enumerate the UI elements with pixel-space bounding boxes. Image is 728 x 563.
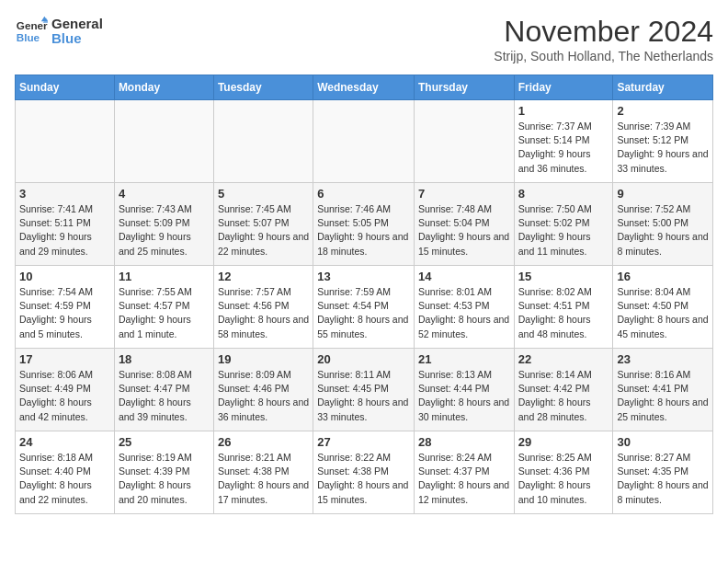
day-info: Sunrise: 8:08 AM Sunset: 4:47 PM Dayligh… xyxy=(119,368,210,424)
day-info: Sunrise: 8:11 AM Sunset: 4:45 PM Dayligh… xyxy=(317,368,410,424)
logo-line1: General xyxy=(51,17,103,32)
day-info: Sunrise: 7:55 AM Sunset: 4:57 PM Dayligh… xyxy=(119,285,210,341)
day-number: 3 xyxy=(19,187,110,201)
day-info: Sunrise: 7:54 AM Sunset: 4:59 PM Dayligh… xyxy=(19,285,110,341)
calendar-cell: 27Sunrise: 8:22 AM Sunset: 4:38 PM Dayli… xyxy=(313,431,415,514)
logo-line2: Blue xyxy=(51,31,103,47)
calendar-cell: 9Sunrise: 7:52 AM Sunset: 5:00 PM Daylig… xyxy=(613,183,713,266)
day-info: Sunrise: 7:39 AM Sunset: 5:12 PM Dayligh… xyxy=(617,120,709,176)
calendar-cell: 25Sunrise: 8:19 AM Sunset: 4:39 PM Dayli… xyxy=(114,431,213,514)
day-number: 7 xyxy=(418,187,510,201)
day-info: Sunrise: 8:22 AM Sunset: 4:38 PM Dayligh… xyxy=(317,451,410,507)
calendar-cell: 30Sunrise: 8:27 AM Sunset: 4:35 PM Dayli… xyxy=(613,431,713,514)
day-number: 8 xyxy=(518,187,609,201)
calendar-week-row: 1Sunrise: 7:37 AM Sunset: 5:14 PM Daylig… xyxy=(16,100,713,183)
calendar-cell: 12Sunrise: 7:57 AM Sunset: 4:56 PM Dayli… xyxy=(213,266,313,349)
header: General Blue General Blue November 2024 … xyxy=(15,15,713,63)
calendar-week-row: 24Sunrise: 8:18 AM Sunset: 4:40 PM Dayli… xyxy=(16,431,713,514)
calendar-cell xyxy=(313,100,415,183)
calendar-cell: 28Sunrise: 8:24 AM Sunset: 4:37 PM Dayli… xyxy=(414,431,514,514)
calendar-cell: 6Sunrise: 7:46 AM Sunset: 5:05 PM Daylig… xyxy=(313,183,415,266)
calendar-cell: 14Sunrise: 8:01 AM Sunset: 4:53 PM Dayli… xyxy=(414,266,514,349)
calendar-cell: 1Sunrise: 7:37 AM Sunset: 5:14 PM Daylig… xyxy=(514,100,613,183)
calendar-cell: 7Sunrise: 7:48 AM Sunset: 5:04 PM Daylig… xyxy=(414,183,514,266)
calendar-header-row: SundayMondayTuesdayWednesdayThursdayFrid… xyxy=(16,75,713,100)
day-info: Sunrise: 8:25 AM Sunset: 4:36 PM Dayligh… xyxy=(518,451,609,507)
weekday-header: Monday xyxy=(114,75,213,100)
calendar-cell: 19Sunrise: 8:09 AM Sunset: 4:46 PM Dayli… xyxy=(213,349,313,431)
day-info: Sunrise: 7:48 AM Sunset: 5:04 PM Dayligh… xyxy=(418,202,510,259)
day-number: 9 xyxy=(617,187,709,201)
day-number: 26 xyxy=(218,435,309,449)
day-info: Sunrise: 7:43 AM Sunset: 5:09 PM Dayligh… xyxy=(119,202,210,259)
day-number: 4 xyxy=(119,187,210,201)
calendar-week-row: 17Sunrise: 8:06 AM Sunset: 4:49 PM Dayli… xyxy=(16,349,713,431)
day-number: 5 xyxy=(218,187,309,201)
day-number: 25 xyxy=(119,435,210,449)
calendar-cell: 15Sunrise: 8:02 AM Sunset: 4:51 PM Dayli… xyxy=(514,266,613,349)
day-number: 6 xyxy=(317,187,410,201)
logo-icon: General Blue xyxy=(15,15,48,48)
day-number: 24 xyxy=(19,435,110,449)
calendar-cell: 24Sunrise: 8:18 AM Sunset: 4:40 PM Dayli… xyxy=(16,431,115,514)
day-info: Sunrise: 8:06 AM Sunset: 4:49 PM Dayligh… xyxy=(19,368,110,424)
calendar-cell: 29Sunrise: 8:25 AM Sunset: 4:36 PM Dayli… xyxy=(514,431,613,514)
day-info: Sunrise: 8:09 AM Sunset: 4:46 PM Dayligh… xyxy=(218,368,309,424)
day-number: 30 xyxy=(617,435,709,449)
calendar-cell: 21Sunrise: 8:13 AM Sunset: 4:44 PM Dayli… xyxy=(414,349,514,431)
day-number: 1 xyxy=(518,104,609,118)
day-info: Sunrise: 8:19 AM Sunset: 4:39 PM Dayligh… xyxy=(119,451,210,507)
day-info: Sunrise: 7:59 AM Sunset: 4:54 PM Dayligh… xyxy=(317,285,410,341)
calendar-cell: 11Sunrise: 7:55 AM Sunset: 4:57 PM Dayli… xyxy=(114,266,213,349)
day-info: Sunrise: 8:24 AM Sunset: 4:37 PM Dayligh… xyxy=(418,451,510,507)
day-number: 15 xyxy=(518,270,609,283)
subtitle: Strijp, South Holland, The Netherlands xyxy=(494,49,713,63)
calendar-cell xyxy=(114,100,213,183)
logo: General Blue General Blue xyxy=(15,15,103,48)
calendar-body: 1Sunrise: 7:37 AM Sunset: 5:14 PM Daylig… xyxy=(16,100,713,514)
calendar-cell: 17Sunrise: 8:06 AM Sunset: 4:49 PM Dayli… xyxy=(16,349,115,431)
month-title: November 2024 xyxy=(494,15,713,49)
calendar-cell: 22Sunrise: 8:14 AM Sunset: 4:42 PM Dayli… xyxy=(514,349,613,431)
day-number: 29 xyxy=(518,435,609,449)
calendar-cell: 13Sunrise: 7:59 AM Sunset: 4:54 PM Dayli… xyxy=(313,266,415,349)
day-info: Sunrise: 8:14 AM Sunset: 4:42 PM Dayligh… xyxy=(518,368,609,424)
day-info: Sunrise: 7:52 AM Sunset: 5:00 PM Dayligh… xyxy=(617,202,709,259)
weekday-header: Wednesday xyxy=(313,75,415,100)
day-number: 23 xyxy=(617,352,709,366)
day-number: 28 xyxy=(418,435,510,449)
day-info: Sunrise: 8:27 AM Sunset: 4:35 PM Dayligh… xyxy=(617,451,709,507)
calendar-cell xyxy=(414,100,514,183)
day-number: 21 xyxy=(418,352,510,366)
day-number: 14 xyxy=(418,270,510,283)
calendar-cell: 2Sunrise: 7:39 AM Sunset: 5:12 PM Daylig… xyxy=(613,100,713,183)
day-number: 16 xyxy=(617,270,709,283)
weekday-header: Tuesday xyxy=(213,75,313,100)
calendar-cell: 3Sunrise: 7:41 AM Sunset: 5:11 PM Daylig… xyxy=(16,183,115,266)
weekday-header: Thursday xyxy=(414,75,514,100)
title-area: November 2024 Strijp, South Holland, The… xyxy=(494,15,713,63)
calendar-cell: 26Sunrise: 8:21 AM Sunset: 4:38 PM Dayli… xyxy=(213,431,313,514)
day-info: Sunrise: 7:45 AM Sunset: 5:07 PM Dayligh… xyxy=(218,202,309,259)
svg-text:Blue: Blue xyxy=(17,31,40,43)
weekday-header: Sunday xyxy=(16,75,115,100)
calendar-cell: 5Sunrise: 7:45 AM Sunset: 5:07 PM Daylig… xyxy=(213,183,313,266)
calendar-cell: 20Sunrise: 8:11 AM Sunset: 4:45 PM Dayli… xyxy=(313,349,415,431)
day-number: 18 xyxy=(119,352,210,366)
day-info: Sunrise: 8:13 AM Sunset: 4:44 PM Dayligh… xyxy=(418,368,510,424)
calendar-cell: 16Sunrise: 8:04 AM Sunset: 4:50 PM Dayli… xyxy=(613,266,713,349)
day-info: Sunrise: 8:04 AM Sunset: 4:50 PM Dayligh… xyxy=(617,285,709,341)
day-info: Sunrise: 7:57 AM Sunset: 4:56 PM Dayligh… xyxy=(218,285,309,341)
day-info: Sunrise: 7:37 AM Sunset: 5:14 PM Dayligh… xyxy=(518,120,609,176)
day-info: Sunrise: 7:46 AM Sunset: 5:05 PM Dayligh… xyxy=(317,202,410,259)
day-info: Sunrise: 8:02 AM Sunset: 4:51 PM Dayligh… xyxy=(518,285,609,341)
day-number: 19 xyxy=(218,352,309,366)
calendar-cell: 18Sunrise: 8:08 AM Sunset: 4:47 PM Dayli… xyxy=(114,349,213,431)
day-info: Sunrise: 8:18 AM Sunset: 4:40 PM Dayligh… xyxy=(19,451,110,507)
day-number: 27 xyxy=(317,435,410,449)
weekday-header: Friday xyxy=(514,75,613,100)
calendar: SundayMondayTuesdayWednesdayThursdayFrid… xyxy=(15,75,713,514)
day-info: Sunrise: 8:01 AM Sunset: 4:53 PM Dayligh… xyxy=(418,285,510,341)
calendar-cell: 4Sunrise: 7:43 AM Sunset: 5:09 PM Daylig… xyxy=(114,183,213,266)
calendar-cell: 8Sunrise: 7:50 AM Sunset: 5:02 PM Daylig… xyxy=(514,183,613,266)
